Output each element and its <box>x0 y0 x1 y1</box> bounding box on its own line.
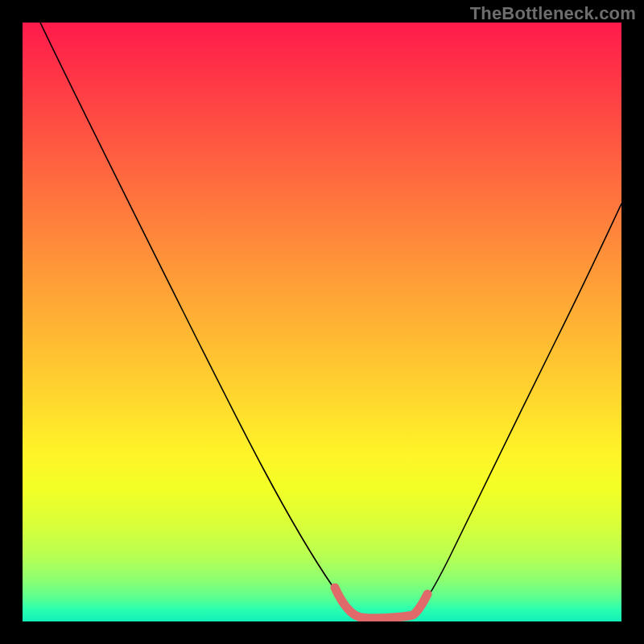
plot-area <box>23 23 621 621</box>
bottleneck-curve <box>40 23 621 618</box>
watermark-text: TheBottleneck.com <box>470 3 636 24</box>
min-plateau-highlight <box>335 588 427 618</box>
chart-frame: TheBottleneck.com <box>0 0 644 644</box>
curve-svg <box>23 23 621 621</box>
